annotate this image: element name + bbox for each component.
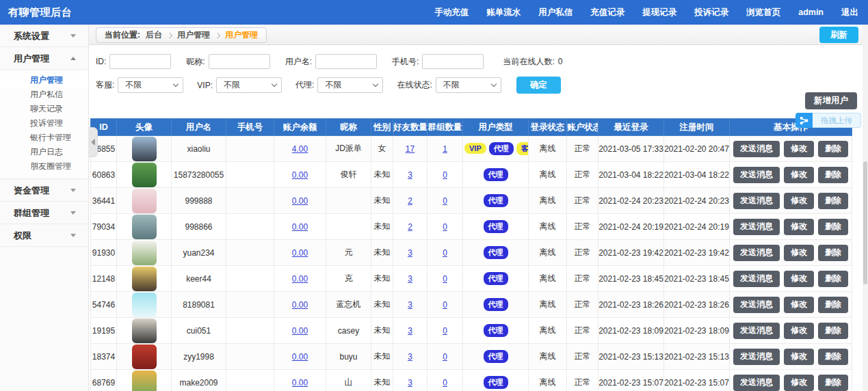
friends-count-link[interactable]: 3 bbox=[408, 248, 412, 258]
edit-button[interactable]: 修改 bbox=[784, 375, 814, 391]
friends-count-link[interactable]: 3 bbox=[408, 378, 412, 388]
refresh-button[interactable]: 刷新 bbox=[819, 27, 858, 43]
sidebar-group-2[interactable]: 资金管理 bbox=[0, 179, 88, 202]
friends-count-link[interactable]: 2 bbox=[408, 222, 412, 232]
breadcrumb-item-home[interactable]: 后台 bbox=[146, 29, 162, 41]
send-message-button[interactable]: 发送消息 bbox=[733, 167, 780, 183]
add-user-button[interactable]: 新增用户 bbox=[805, 92, 857, 109]
topbar-link-1[interactable]: 账单流水 bbox=[486, 7, 521, 18]
topbar-link-0[interactable]: 手动充值 bbox=[434, 7, 469, 18]
balance-link[interactable]: 0.00 bbox=[292, 274, 308, 284]
friends-count-link[interactable]: 3 bbox=[408, 326, 412, 336]
filter-input-3[interactable] bbox=[422, 54, 484, 69]
sidebar-item-1-0[interactable]: 用户管理 bbox=[0, 73, 88, 87]
balance-link[interactable]: 0.00 bbox=[292, 378, 308, 388]
sidebar-group-0[interactable]: 系统设置 bbox=[0, 25, 88, 47]
topbar-link-6[interactable]: 浏览首页 bbox=[746, 7, 780, 18]
topbar-link-5[interactable]: 投诉记录 bbox=[694, 7, 728, 18]
scrollbar-thumb[interactable] bbox=[863, 161, 867, 284]
groups-count-link[interactable]: 0 bbox=[443, 326, 447, 336]
filter-select-0[interactable]: 不限 bbox=[118, 77, 183, 93]
sidebar-collapse-handle[interactable] bbox=[89, 127, 98, 157]
cell-username: zyy1998 bbox=[172, 344, 226, 370]
edit-button[interactable]: 修改 bbox=[784, 193, 814, 209]
balance-link[interactable]: 0.00 bbox=[292, 352, 308, 362]
topbar-link-8[interactable]: 退出 bbox=[841, 7, 858, 18]
friends-count-link[interactable]: 3 bbox=[408, 300, 412, 310]
send-message-button[interactable]: 发送消息 bbox=[733, 375, 780, 391]
groups-count-link[interactable]: 0 bbox=[443, 222, 447, 232]
groups-count-link[interactable]: 1 bbox=[443, 144, 447, 154]
send-message-button[interactable]: 发送消息 bbox=[733, 271, 780, 287]
groups-count-link[interactable]: 0 bbox=[443, 300, 447, 310]
groups-count-link[interactable]: 0 bbox=[443, 196, 447, 206]
balance-link[interactable]: 0.00 bbox=[292, 326, 308, 336]
send-message-button[interactable]: 发送消息 bbox=[733, 323, 780, 339]
send-message-button[interactable]: 发送消息 bbox=[733, 193, 780, 209]
sidebar-item-1-6[interactable]: 朋友圈管理 bbox=[0, 159, 88, 174]
filter-select-3[interactable]: 不限 bbox=[436, 77, 501, 93]
delete-button[interactable]: 删除 bbox=[818, 219, 848, 235]
groups-count-link[interactable]: 0 bbox=[443, 170, 447, 180]
edit-button[interactable]: 修改 bbox=[784, 167, 814, 183]
drag-upload-widget[interactable]: 拖拽上传 bbox=[795, 113, 861, 128]
edit-button[interactable]: 修改 bbox=[784, 141, 814, 157]
sidebar-item-1-2[interactable]: 聊天记录 bbox=[0, 102, 88, 116]
delete-button[interactable]: 删除 bbox=[818, 245, 848, 261]
send-message-button[interactable]: 发送消息 bbox=[733, 297, 780, 313]
sidebar-item-1-4[interactable]: 银行卡管理 bbox=[0, 131, 88, 145]
delete-button[interactable]: 删除 bbox=[818, 297, 848, 313]
filter-label-2: 用户名: bbox=[285, 56, 312, 68]
sidebar-item-1-1[interactable]: 用户私信 bbox=[0, 87, 88, 102]
cell-phone bbox=[226, 318, 274, 344]
topbar-link-4[interactable]: 提现记录 bbox=[642, 7, 676, 18]
balance-link[interactable]: 0.00 bbox=[292, 196, 308, 206]
edit-button[interactable]: 修改 bbox=[784, 271, 814, 287]
send-message-button[interactable]: 发送消息 bbox=[733, 245, 780, 261]
send-message-button[interactable]: 发送消息 bbox=[733, 141, 780, 157]
delete-button[interactable]: 删除 bbox=[818, 349, 848, 365]
delete-button[interactable]: 删除 bbox=[818, 167, 848, 183]
edit-button[interactable]: 修改 bbox=[784, 245, 814, 261]
delete-button[interactable]: 删除 bbox=[818, 323, 848, 339]
friends-count-link[interactable]: 2 bbox=[408, 196, 412, 206]
send-message-button[interactable]: 发送消息 bbox=[733, 219, 780, 235]
sidebar-group-4[interactable]: 权限 bbox=[0, 224, 88, 247]
filter-select-2[interactable]: 不限 bbox=[317, 77, 383, 93]
groups-count-link[interactable]: 0 bbox=[443, 274, 447, 284]
groups-count-link[interactable]: 0 bbox=[443, 378, 447, 388]
balance-link[interactable]: 4.00 bbox=[292, 144, 308, 154]
balance-link[interactable]: 0.00 bbox=[292, 222, 308, 232]
friends-count-link[interactable]: 17 bbox=[406, 144, 415, 154]
groups-count-link[interactable]: 0 bbox=[443, 248, 447, 258]
delete-button[interactable]: 删除 bbox=[818, 375, 848, 391]
topbar-link-2[interactable]: 用户私信 bbox=[538, 7, 573, 18]
edit-button[interactable]: 修改 bbox=[784, 323, 814, 339]
topbar-link-3[interactable]: 充值记录 bbox=[590, 7, 624, 18]
sidebar-item-1-5[interactable]: 用户日志 bbox=[0, 145, 88, 159]
topbar-link-7[interactable]: admin bbox=[798, 8, 824, 17]
edit-button[interactable]: 修改 bbox=[784, 219, 814, 235]
balance-link[interactable]: 0.00 bbox=[292, 300, 308, 310]
edit-button[interactable]: 修改 bbox=[784, 349, 814, 365]
delete-button[interactable]: 删除 bbox=[818, 193, 848, 209]
delete-button[interactable]: 删除 bbox=[818, 271, 848, 287]
sidebar-group-3[interactable]: 群组管理 bbox=[0, 202, 88, 224]
confirm-button[interactable]: 确定 bbox=[516, 77, 561, 94]
filter-input-0[interactable] bbox=[109, 54, 171, 69]
balance-link[interactable]: 0.00 bbox=[292, 248, 308, 258]
friends-count-link[interactable]: 3 bbox=[408, 352, 412, 362]
sidebar-group-1[interactable]: 用户管理 bbox=[0, 47, 88, 70]
balance-link[interactable]: 0.00 bbox=[292, 170, 308, 180]
sidebar-item-1-3[interactable]: 投诉管理 bbox=[0, 116, 88, 131]
friends-count-link[interactable]: 3 bbox=[408, 274, 412, 284]
send-message-button[interactable]: 发送消息 bbox=[733, 349, 780, 365]
filter-input-2[interactable] bbox=[315, 54, 377, 69]
filter-select-1[interactable]: 不限 bbox=[216, 77, 282, 93]
groups-count-link[interactable]: 0 bbox=[443, 352, 447, 362]
filter-input-1[interactable] bbox=[209, 54, 270, 69]
friends-count-link[interactable]: 3 bbox=[408, 170, 412, 180]
delete-button[interactable]: 删除 bbox=[818, 141, 848, 157]
breadcrumb-item-section[interactable]: 用户管理 bbox=[177, 29, 210, 41]
edit-button[interactable]: 修改 bbox=[784, 297, 814, 313]
